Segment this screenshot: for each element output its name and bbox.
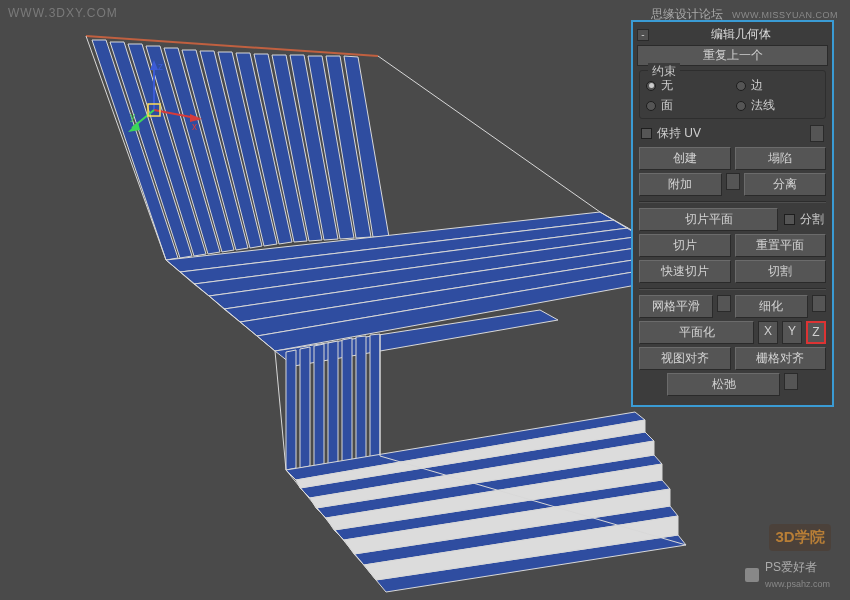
planar-z[interactable]: Z: [806, 321, 826, 344]
slice-plane-button[interactable]: 切片平面: [639, 208, 778, 231]
axis-y-label: y: [130, 111, 135, 122]
axis-gizmo[interactable]: z x y: [128, 60, 208, 140]
svg-marker-28: [342, 338, 352, 462]
attach-button[interactable]: 附加: [639, 173, 722, 196]
wm-br-sub: www.psahz.com: [765, 579, 830, 589]
relax-settings[interactable]: [784, 373, 798, 390]
constraint-normal[interactable]: 法线: [736, 97, 820, 114]
constraint-edge[interactable]: 边: [736, 77, 820, 94]
constraint-face[interactable]: 面: [646, 97, 730, 114]
msmooth-settings[interactable]: [717, 295, 731, 312]
slice-button[interactable]: 切片: [639, 234, 731, 257]
edit-geometry-panel: - 编辑几何体 重复上一个 约束 无 边 面 法线 保持 UV 创建 塌陷 附加…: [631, 20, 834, 407]
attach-settings[interactable]: [726, 173, 740, 190]
cut-button[interactable]: 切割: [735, 260, 827, 283]
collapse-button[interactable]: 塌陷: [735, 147, 827, 170]
detach-button[interactable]: 分离: [744, 173, 827, 196]
watermark-bottom-right: PS爱好者 www.psahz.com: [745, 559, 830, 590]
axis-x-label: x: [192, 121, 197, 132]
view-align-button[interactable]: 视图对齐: [639, 347, 731, 370]
wm-br-main: PS爱好者: [765, 560, 817, 574]
msmooth-button[interactable]: 网格平滑: [639, 295, 713, 318]
relax-button[interactable]: 松弛: [667, 373, 779, 396]
axis-z-label: z: [158, 61, 163, 72]
watermark-top-left: WWW.3DXY.COM: [8, 6, 118, 20]
panel-title: 编辑几何体: [653, 26, 828, 43]
tessellate-button[interactable]: 细化: [735, 295, 809, 318]
svg-marker-47: [128, 122, 140, 132]
svg-marker-27: [328, 341, 338, 464]
create-button[interactable]: 创建: [639, 147, 731, 170]
tessellate-settings[interactable]: [812, 295, 826, 312]
svg-marker-25: [300, 347, 310, 468]
preserve-uv-check[interactable]: 保持 UV: [637, 123, 828, 144]
constraints-group: 约束 无 边 面 法线: [639, 70, 826, 119]
constraints-title: 约束: [648, 63, 680, 80]
grid-align-button[interactable]: 栅格对齐: [735, 347, 827, 370]
svg-marker-30: [370, 334, 380, 458]
preserve-uv-settings[interactable]: [810, 125, 824, 142]
reset-plane-button[interactable]: 重置平面: [735, 234, 827, 257]
panel-minimize[interactable]: -: [637, 29, 649, 41]
quickslice-button[interactable]: 快速切片: [639, 260, 731, 283]
make-planar-button[interactable]: 平面化: [639, 321, 754, 344]
planar-x[interactable]: X: [758, 321, 778, 344]
watermark-tr-main: 思缘设计论坛: [651, 7, 723, 21]
svg-marker-43: [150, 60, 158, 70]
svg-marker-29: [356, 336, 366, 460]
logo-3d: 3D学院: [768, 510, 832, 564]
ps-icon: [745, 568, 759, 582]
svg-marker-26: [314, 344, 324, 466]
watermark-tr-sub: WWW.MISSYUAN.COM: [732, 10, 838, 20]
planar-y[interactable]: Y: [782, 321, 802, 344]
svg-marker-24: [286, 350, 296, 470]
split-check[interactable]: 分割: [782, 208, 826, 231]
